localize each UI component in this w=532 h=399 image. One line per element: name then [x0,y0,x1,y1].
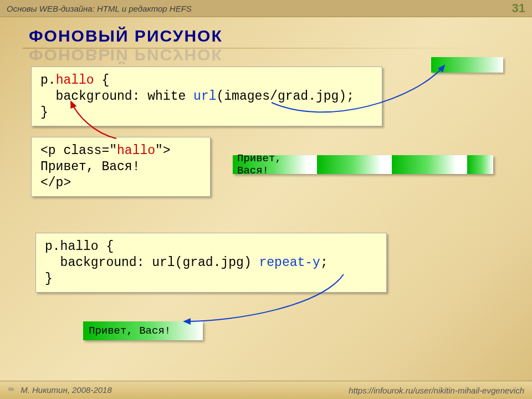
footer: ✎ М. Никитин, 2008-2018 https://infourok… [0,381,532,399]
title-underline [22,48,488,49]
pen-icon: ✎ [6,384,18,396]
gradient-sample-top [431,57,503,73]
render-text: Привет, Вася! [237,152,307,177]
render-example-repeat-x: Привет, Вася! [233,155,493,174]
subject-label: Основы WEB-дизайна: HTML и редактор HEFS [7,4,192,13]
code-css-background: p.hallo { background: white url(images/g… [31,66,382,126]
render-text-2: Привет, Вася! [89,325,171,337]
render-example-repeat-y: Привет, Вася! [83,321,203,340]
footer-author: ✎ М. Никитин, 2008-2018 [8,385,112,395]
code-css-repeat-y: p.hallo { background: url(grad.jpg) repe… [35,233,387,293]
page-number: 31 [512,1,525,16]
footer-url: https://infourok.ru/user/nikitin-mihail-… [349,386,524,395]
slide-title: ФОНОВЫЙ РИСУНОК [29,27,223,45]
topbar: Основы WEB-дизайна: HTML и редактор HEFS… [0,0,532,17]
code-html-example: <p class="hallo"> Привет, Вася! </p> [31,137,211,197]
